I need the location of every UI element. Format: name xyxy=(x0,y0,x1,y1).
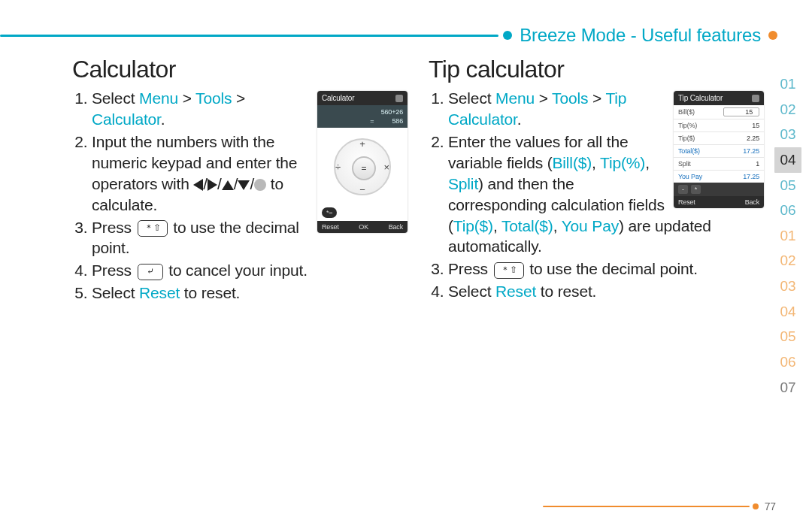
tip-row-label: Bill($) xyxy=(678,108,695,116)
minus-pill-icon: - xyxy=(678,185,688,194)
text: Select xyxy=(92,284,139,301)
breadcrumb-text: Breeze Mode - Useful features xyxy=(520,25,761,46)
star-key-icon: ＊⇧ xyxy=(138,220,168,237)
tip-title: Tip Calculator xyxy=(678,94,723,102)
youpay-label: You Pay xyxy=(562,217,619,234)
header-dot-teal xyxy=(503,31,512,40)
reset-link: Reset xyxy=(495,283,536,300)
tab-b-07[interactable]: 07 xyxy=(774,375,801,401)
arrow-right-icon xyxy=(208,179,217,191)
tip-split-row: - * xyxy=(674,183,764,196)
calc-result: 586 xyxy=(392,117,403,125)
arrow-left-icon xyxy=(193,179,203,191)
tab-06[interactable]: 06 xyxy=(774,198,801,223)
header-rule xyxy=(0,35,498,37)
star-key-icon: ＊⇧ xyxy=(494,262,524,279)
dpad-left-icon: ÷ xyxy=(335,162,341,173)
tip-row-label: Tip($) xyxy=(678,135,695,142)
text: Press xyxy=(448,260,492,277)
text: , xyxy=(645,154,650,171)
back-key-icon: ⤶ xyxy=(138,264,163,280)
calc-star-equals-pill: *= xyxy=(322,207,337,218)
tip-row-label: Split xyxy=(678,160,691,168)
tab-03[interactable]: 03 xyxy=(774,122,801,147)
tip-row: Tip(%)15 xyxy=(674,119,764,132)
tip-rows: Bill($)15Tip(%)15Tip($)2.25Total($)17.25… xyxy=(674,105,764,183)
calculator-title: Calculator xyxy=(72,56,408,83)
tip-row: You Pay17.25 xyxy=(674,171,764,183)
tip-row-label: You Pay xyxy=(678,173,702,180)
tab-b-03[interactable]: 03 xyxy=(774,274,801,299)
header-dot-orange xyxy=(768,31,777,40)
tip-softkeys: Reset Back xyxy=(674,196,764,208)
text: . xyxy=(161,110,165,128)
dpad-center-icon: = xyxy=(352,156,376,180)
tip-calculator-section: Tip calculator Tip Calculator Bill($)15T… xyxy=(429,56,764,499)
calc-display: 560+26 = 586 xyxy=(317,105,408,128)
calc-step-5: Select Reset to reset. xyxy=(92,283,408,304)
bill-field-label: Bill($) xyxy=(553,154,592,171)
text: > xyxy=(232,89,245,107)
calc-expression: 560+26 xyxy=(381,108,403,116)
tab-02[interactable]: 02 xyxy=(774,97,801,122)
tools-link: Tools xyxy=(195,89,232,107)
text: > xyxy=(178,89,195,107)
tip-row: Bill($)15 xyxy=(674,105,764,119)
menu-link: Menu xyxy=(139,89,178,107)
tip-row-value: 2.25 xyxy=(747,135,759,142)
arrow-up-icon xyxy=(222,180,234,190)
calc-softkeys: Reset OK Back xyxy=(317,221,408,233)
tip-step-3: Press ＊⇧ to use the decimal point. xyxy=(448,258,764,280)
tab-04[interactable]: 04 xyxy=(774,147,801,173)
text: , xyxy=(493,217,501,234)
menu-link: Menu xyxy=(495,89,535,107)
tip-calculator-title: Tip calculator xyxy=(429,56,764,83)
calc-titlebar: Calculator xyxy=(317,91,408,105)
page-number-dot-icon xyxy=(753,503,759,509)
tools-link: Tools xyxy=(552,89,588,107)
tip-row: Tip($)2.25 xyxy=(674,132,764,145)
text: Select xyxy=(448,89,495,107)
text: , xyxy=(592,154,600,171)
tab-b-06[interactable]: 06 xyxy=(774,349,801,375)
tip-titlebar: Tip Calculator xyxy=(674,91,764,105)
tip-row: Total($)17.25 xyxy=(674,145,764,158)
calc-softkey-ok: OK xyxy=(359,223,368,231)
tip-step-4: Select Reset to reset. xyxy=(448,281,764,302)
tip-title-icon xyxy=(752,95,759,102)
calc-title-icon xyxy=(395,95,403,102)
tip-row-value: 15 xyxy=(723,107,759,116)
tab-01[interactable]: 01 xyxy=(774,71,801,97)
dpad-down-icon: − xyxy=(359,184,365,195)
tab-b-01[interactable]: 01 xyxy=(774,223,801,249)
tab-05[interactable]: 05 xyxy=(774,173,801,198)
tip-screenshot: Tip Calculator Bill($)15Tip(%)15Tip($)2.… xyxy=(674,91,764,208)
calc-softkey-reset: Reset xyxy=(322,223,339,231)
tab-b-04[interactable]: 04 xyxy=(774,299,801,325)
center-key-icon xyxy=(254,179,266,191)
tip-dollar-label: Tip($) xyxy=(453,217,493,234)
text: Select xyxy=(92,89,139,107)
tip-row-label: Total($) xyxy=(678,147,700,155)
split-label: Split xyxy=(448,175,478,192)
side-tab-nav: 01020304050601020304050607 xyxy=(774,71,801,400)
tip-softkey-back: Back xyxy=(745,198,759,206)
calculator-screenshot: Calculator 560+26 = 586 + − ÷ × = xyxy=(317,91,408,233)
text: > xyxy=(535,89,552,107)
star-pill-icon: * xyxy=(691,185,701,194)
calc-eq: = xyxy=(370,117,374,125)
tab-b-02[interactable]: 02 xyxy=(774,248,801,274)
tip-row-value: 17.25 xyxy=(743,173,759,180)
calculator-link: Calculator xyxy=(92,110,161,128)
tip-row-value: 1 xyxy=(756,160,759,168)
tip-softkey-reset: Reset xyxy=(678,198,695,206)
text: Select xyxy=(448,283,495,300)
content-columns: Calculator Calculator 560+26 = 586 + xyxy=(72,56,764,499)
text: , xyxy=(553,217,562,234)
calc-softkey-back: Back xyxy=(389,223,403,231)
calc-step-4: Press ⤶ to cancel your input. xyxy=(92,260,408,281)
tab-b-05[interactable]: 05 xyxy=(774,324,801,349)
tip-row: Split1 xyxy=(674,158,764,171)
arrow-down-icon xyxy=(238,180,250,190)
page-number-wrap: 77 xyxy=(543,499,776,514)
